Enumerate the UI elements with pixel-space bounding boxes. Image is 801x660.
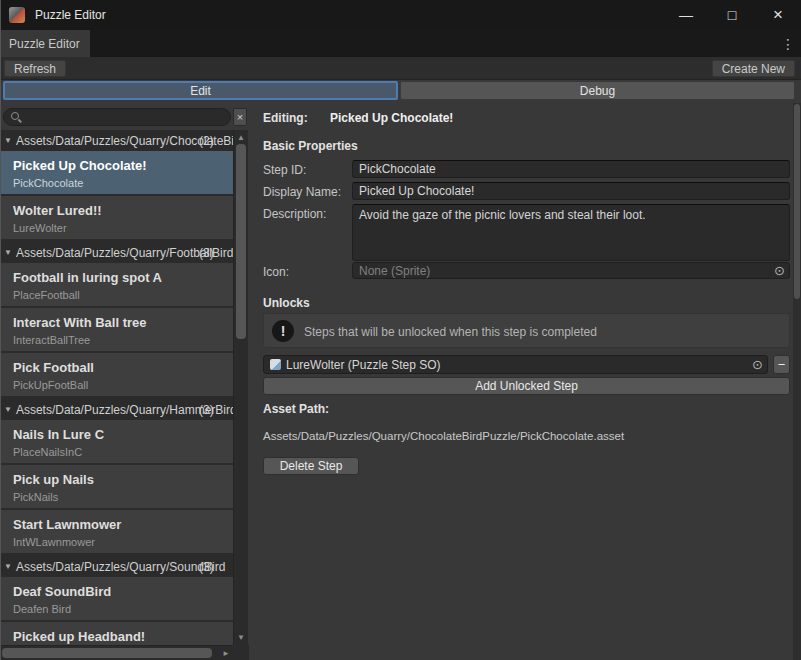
asset-path-label: Asset Path:	[263, 402, 329, 416]
foldout-icon[interactable]: ▼	[4, 562, 12, 571]
icon-object-field[interactable]: None (Sprite) ⊙	[352, 262, 790, 279]
tab-debug[interactable]: Debug	[400, 81, 795, 100]
foldout-icon[interactable]: ▼	[4, 248, 12, 257]
foldout-icon[interactable]: ▼	[4, 405, 12, 414]
step-item-intwlawnmower[interactable]: Start Lawnmower IntWLawnmower	[0, 510, 233, 553]
step-id: PickChocolate	[13, 177, 83, 189]
step-title: Football in luring spot A	[13, 270, 162, 285]
group-header-football[interactable]: ▼ Assets/Data/Puzzles/Quarry/FootballBir…	[0, 244, 233, 261]
step-id: InteractBallTree	[13, 334, 90, 346]
unlock-step-value: LureWolter (Puzzle Step SO)	[286, 358, 441, 372]
window-controls: — □ ×	[663, 0, 801, 30]
delete-step-button[interactable]: Delete Step	[263, 457, 359, 475]
scroll-down-icon[interactable]: ▼	[234, 633, 248, 642]
group-path: Assets/Data/Puzzles/Quarry/SoundBird	[16, 560, 225, 574]
step-id: PickNails	[13, 491, 58, 503]
step-title: Start Lawnmower	[13, 517, 121, 532]
object-picker-icon[interactable]: ⊙	[752, 358, 763, 371]
window-title: Puzzle Editor	[35, 8, 106, 22]
tab-strip: Puzzle Editor ⋮	[0, 30, 801, 57]
step-item-placenailsinc[interactable]: Nails In Lure C PlaceNailsInC	[0, 420, 233, 463]
search-box[interactable]	[3, 108, 231, 126]
step-item-pickupfootball[interactable]: Pick Football PickUpFootBall	[0, 353, 233, 396]
step-id-field[interactable]	[352, 160, 790, 178]
info-glyph: !	[281, 323, 286, 339]
editing-label: Editing:	[263, 111, 308, 125]
inspector-pane: Editing: Picked Up Chocolate! Basic Prop…	[249, 103, 793, 660]
editing-value: Picked Up Chocolate!	[330, 111, 453, 125]
step-id: PlaceFootball	[13, 289, 80, 301]
description-field[interactable]: Avoid the gaze of the picnic lovers and …	[352, 204, 790, 261]
icon-label: Icon:	[263, 265, 289, 279]
tab-edit[interactable]: Edit	[3, 81, 398, 100]
horizontal-scrollbar-thumb[interactable]	[2, 648, 212, 658]
step-id: PlaceNailsInC	[13, 446, 82, 458]
group-count: (3)	[199, 560, 214, 574]
step-item-pickchocolate[interactable]: Picked Up Chocolate! PickChocolate	[0, 151, 233, 194]
group-header-chocolate[interactable]: ▼ Assets/Data/Puzzles/Quarry/ChocolateBi…	[0, 132, 233, 149]
step-item-picknails[interactable]: Pick up Nails PickNails	[0, 465, 233, 508]
search-input[interactable]	[22, 110, 230, 124]
step-title: Wolter Lured!!	[13, 203, 102, 218]
icon-object-value: None (Sprite)	[359, 264, 430, 278]
window-vertical-scrollbar[interactable]	[793, 103, 801, 660]
search-icon	[10, 111, 22, 123]
add-unlocked-step-button[interactable]: Add Unlocked Step	[263, 377, 790, 395]
scriptable-object-icon	[270, 359, 281, 370]
step-title: Picked Up Chocolate!	[13, 158, 147, 173]
list-vertical-scrollbar[interactable]: ▲ ▼	[233, 130, 248, 645]
title-bar[interactable]: Puzzle Editor — □ ×	[0, 0, 801, 30]
step-title: Pick Football	[13, 360, 94, 375]
foldout-icon[interactable]: ▼	[4, 136, 12, 145]
step-id: LureWolter	[13, 222, 67, 234]
step-item-lurewolter[interactable]: Wolter Lured!! LureWolter	[0, 196, 233, 239]
group-header-soundbird[interactable]: ▼ Assets/Data/Puzzles/Quarry/SoundBird (…	[0, 558, 233, 575]
minimize-button[interactable]: —	[663, 0, 709, 30]
app-icon	[9, 7, 25, 23]
refresh-button[interactable]: Refresh	[4, 60, 66, 77]
kebab-icon: ⋮	[781, 36, 795, 52]
step-id: Deafen Bird	[13, 603, 71, 615]
scrollbar-corner	[233, 645, 249, 660]
group-header-hammer[interactable]: ▼ Assets/Data/Puzzles/Quarry/HammerBirdP…	[0, 401, 233, 418]
step-item-deafsoundbird[interactable]: Deaf SoundBird Deafen Bird	[0, 577, 233, 620]
tab-menu-button[interactable]: ⋮	[781, 30, 795, 57]
search-clear-button[interactable]: ×	[233, 108, 247, 126]
step-id-label: Step ID:	[263, 163, 306, 177]
section-basic-properties: Basic Properties	[263, 139, 358, 153]
step-id: PickUpFootBall	[13, 379, 88, 391]
step-item-pickedupheadband[interactable]: Picked up Headband!	[0, 622, 233, 645]
tab-label: Puzzle Editor	[9, 37, 80, 51]
group-count: (3)	[199, 403, 214, 417]
scroll-right-icon[interactable]: ►	[222, 649, 230, 658]
step-list-pane: × ▼ Assets/Data/Puzzles/Quarry/Chocolate…	[0, 103, 249, 660]
object-picker-icon[interactable]: ⊙	[774, 264, 785, 277]
vertical-scrollbar-thumb[interactable]	[236, 144, 246, 339]
step-title: Deaf SoundBird	[13, 584, 111, 599]
close-button[interactable]: ×	[755, 0, 801, 30]
step-title: Pick up Nails	[13, 472, 94, 487]
step-item-interactballtree[interactable]: Interact With Ball tree InteractBallTree	[0, 308, 233, 351]
section-unlocks: Unlocks	[263, 296, 310, 310]
create-new-button[interactable]: Create New	[712, 60, 795, 77]
unlock-step-object-field[interactable]: LureWolter (Puzzle Step SO) ⊙	[263, 355, 768, 374]
unlocks-help-box: ! Steps that will be unlocked when this …	[263, 313, 790, 348]
minus-icon: −	[778, 357, 786, 372]
step-title: Picked up Headband!	[13, 629, 145, 644]
step-title: Nails In Lure C	[13, 427, 104, 442]
group-count: (3)	[199, 246, 214, 260]
puzzle-editor-window: Puzzle Editor — □ × Puzzle Editor ⋮ Refr…	[0, 0, 801, 660]
display-name-field[interactable]	[352, 182, 790, 200]
description-label: Description:	[263, 207, 326, 221]
step-item-placefootball[interactable]: Football in luring spot A PlaceFootball	[0, 263, 233, 306]
unlocks-help-text: Steps that will be unlocked when this st…	[304, 325, 597, 339]
list-horizontal-scrollbar[interactable]: ►	[0, 645, 233, 660]
scroll-up-icon[interactable]: ▲	[234, 133, 248, 142]
tab-puzzle-editor[interactable]: Puzzle Editor	[0, 30, 90, 57]
maximize-button[interactable]: □	[709, 0, 755, 30]
window-scrollbar-thumb[interactable]	[794, 104, 800, 299]
step-title: Interact With Ball tree	[13, 315, 147, 330]
info-icon: !	[272, 320, 294, 342]
remove-unlock-button[interactable]: −	[773, 355, 790, 374]
minimize-icon: —	[679, 7, 693, 23]
